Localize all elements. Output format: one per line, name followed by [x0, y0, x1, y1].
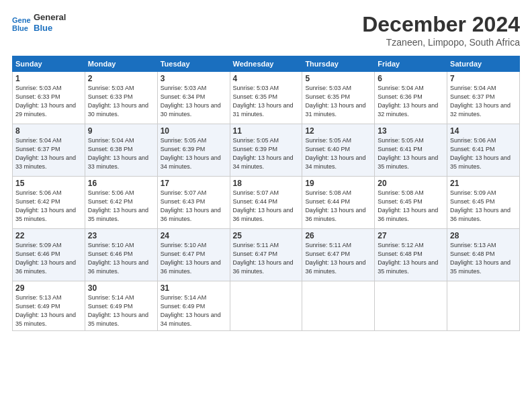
day-info: Sunrise: 5:04 AM Sunset: 6:38 PM Dayligh… [88, 136, 154, 171]
sunrise-label: Sunrise: 5:08 AM [378, 189, 424, 196]
col-saturday: Saturday [447, 56, 520, 72]
sunset-label: Sunset: 6:34 PM [161, 93, 206, 100]
table-row [302, 281, 375, 331]
day-info: Sunrise: 5:03 AM Sunset: 6:33 PM Dayligh… [88, 84, 154, 119]
day-number: 15 [15, 179, 82, 188]
sunrise-label: Sunrise: 5:13 AM [450, 242, 496, 248]
day-info: Sunrise: 5:04 AM Sunset: 6:37 PM Dayligh… [450, 84, 517, 119]
daylight-label: Daylight: 13 hours and 34 minutes. [305, 154, 365, 170]
daylight-label: Daylight: 13 hours and 35 minutes. [88, 207, 148, 222]
sunrise-label: Sunrise: 5:05 AM [161, 137, 207, 144]
sunset-label: Sunset: 6:38 PM [88, 146, 133, 152]
daylight-label: Daylight: 13 hours and 35 minutes. [450, 259, 511, 275]
sunset-label: Sunset: 6:45 PM [450, 198, 495, 205]
daylight-label: Daylight: 13 hours and 34 minutes. [233, 154, 294, 170]
table-row: 5 Sunrise: 5:03 AM Sunset: 6:35 PM Dayli… [302, 72, 375, 124]
daylight-label: Daylight: 13 hours and 30 minutes. [88, 102, 148, 118]
logo-icon: General Blue [12, 13, 31, 32]
sunrise-label: Sunrise: 5:03 AM [15, 85, 62, 91]
day-info: Sunrise: 5:14 AM Sunset: 6:49 PM Dayligh… [161, 293, 227, 328]
day-info: Sunrise: 5:06 AM Sunset: 6:41 PM Dayligh… [450, 136, 517, 171]
sunrise-label: Sunrise: 5:03 AM [161, 85, 207, 91]
day-number: 18 [233, 179, 300, 188]
logo-text: General Blue [34, 12, 66, 33]
sunrise-label: Sunrise: 5:05 AM [378, 137, 424, 144]
table-row: 30 Sunrise: 5:14 AM Sunset: 6:49 PM Dayl… [85, 281, 157, 331]
svg-text:General: General [12, 16, 31, 24]
table-row: 20 Sunrise: 5:08 AM Sunset: 6:45 PM Dayl… [375, 177, 447, 229]
day-info: Sunrise: 5:05 AM Sunset: 6:41 PM Dayligh… [378, 136, 444, 171]
sunset-label: Sunset: 6:49 PM [15, 303, 60, 310]
daylight-label: Daylight: 13 hours and 33 minutes. [88, 154, 148, 170]
sunset-label: Sunset: 6:41 PM [450, 146, 495, 152]
sunrise-label: Sunrise: 5:05 AM [305, 137, 351, 144]
day-number: 19 [305, 179, 371, 188]
day-info: Sunrise: 5:10 AM Sunset: 6:47 PM Dayligh… [161, 241, 227, 276]
day-info: Sunrise: 5:11 AM Sunset: 6:47 PM Dayligh… [305, 241, 371, 276]
day-info: Sunrise: 5:03 AM Sunset: 6:34 PM Dayligh… [161, 84, 227, 119]
sunset-label: Sunset: 6:42 PM [88, 198, 133, 205]
day-info: Sunrise: 5:05 AM Sunset: 6:39 PM Dayligh… [161, 136, 227, 171]
day-number: 12 [305, 126, 371, 136]
day-number: 11 [233, 126, 300, 136]
location-subtitle: Tzaneen, Limpopo, South Africa [362, 37, 520, 48]
daylight-label: Daylight: 13 hours and 32 minutes. [378, 102, 438, 118]
day-number: 23 [88, 231, 154, 240]
sunset-label: Sunset: 6:37 PM [450, 93, 495, 100]
sunset-label: Sunset: 6:41 PM [378, 146, 423, 152]
day-info: Sunrise: 5:06 AM Sunset: 6:42 PM Dayligh… [15, 189, 82, 224]
logo: General Blue General Blue [12, 12, 66, 33]
sunset-label: Sunset: 6:47 PM [233, 250, 278, 257]
table-row: 17 Sunrise: 5:07 AM Sunset: 6:43 PM Dayl… [157, 177, 230, 229]
sunrise-label: Sunrise: 5:10 AM [88, 242, 134, 248]
month-title: December 2024 [362, 12, 520, 37]
day-number: 31 [161, 283, 227, 293]
table-row: 19 Sunrise: 5:08 AM Sunset: 6:44 PM Dayl… [302, 177, 375, 229]
table-row: 14 Sunrise: 5:06 AM Sunset: 6:41 PM Dayl… [447, 124, 520, 177]
table-row: 26 Sunrise: 5:11 AM Sunset: 6:47 PM Dayl… [302, 229, 375, 281]
calendar-week-row: 22 Sunrise: 5:09 AM Sunset: 6:46 PM Dayl… [13, 229, 520, 281]
sunset-label: Sunset: 6:35 PM [305, 93, 350, 100]
calendar-week-row: 29 Sunrise: 5:13 AM Sunset: 6:49 PM Dayl… [13, 281, 520, 331]
table-row: 29 Sunrise: 5:13 AM Sunset: 6:49 PM Dayl… [13, 281, 85, 331]
sunrise-label: Sunrise: 5:09 AM [15, 242, 62, 248]
day-number: 4 [233, 74, 300, 83]
day-number: 6 [378, 74, 444, 83]
sunset-label: Sunset: 6:47 PM [305, 250, 350, 257]
calendar-week-row: 8 Sunrise: 5:04 AM Sunset: 6:37 PM Dayli… [13, 124, 520, 177]
col-thursday: Thursday [302, 56, 375, 72]
day-info: Sunrise: 5:06 AM Sunset: 6:42 PM Dayligh… [88, 189, 154, 224]
sunrise-label: Sunrise: 5:07 AM [161, 189, 207, 196]
sunset-label: Sunset: 6:40 PM [305, 146, 350, 152]
sunrise-label: Sunrise: 5:07 AM [233, 189, 279, 196]
sunrise-label: Sunrise: 5:06 AM [15, 189, 62, 196]
table-row: 25 Sunrise: 5:11 AM Sunset: 6:47 PM Dayl… [230, 229, 302, 281]
day-info: Sunrise: 5:08 AM Sunset: 6:45 PM Dayligh… [378, 189, 444, 224]
table-row: 10 Sunrise: 5:05 AM Sunset: 6:39 PM Dayl… [157, 124, 230, 177]
table-row: 27 Sunrise: 5:12 AM Sunset: 6:48 PM Dayl… [375, 229, 447, 281]
day-number: 17 [161, 179, 227, 188]
sunrise-label: Sunrise: 5:09 AM [450, 189, 496, 196]
daylight-label: Daylight: 13 hours and 35 minutes. [378, 259, 438, 275]
table-row: 28 Sunrise: 5:13 AM Sunset: 6:48 PM Dayl… [447, 229, 520, 281]
day-number: 9 [88, 126, 154, 136]
day-number: 21 [450, 179, 517, 188]
day-info: Sunrise: 5:05 AM Sunset: 6:39 PM Dayligh… [233, 136, 300, 171]
daylight-label: Daylight: 13 hours and 34 minutes. [161, 154, 221, 170]
sunrise-label: Sunrise: 5:06 AM [88, 189, 134, 196]
day-number: 10 [161, 126, 227, 136]
daylight-label: Daylight: 13 hours and 35 minutes. [450, 154, 511, 170]
table-row: 1 Sunrise: 5:03 AM Sunset: 6:33 PM Dayli… [13, 72, 85, 124]
sunrise-label: Sunrise: 5:10 AM [161, 242, 207, 248]
table-row: 11 Sunrise: 5:05 AM Sunset: 6:39 PM Dayl… [230, 124, 302, 177]
calendar-table: Sunday Monday Tuesday Wednesday Thursday… [12, 56, 520, 331]
page: General Blue General Blue December 2024 … [0, 0, 532, 338]
daylight-label: Daylight: 13 hours and 36 minutes. [233, 207, 294, 222]
day-info: Sunrise: 5:05 AM Sunset: 6:40 PM Dayligh… [305, 136, 371, 171]
sunrise-label: Sunrise: 5:11 AM [233, 242, 279, 248]
daylight-label: Daylight: 13 hours and 31 minutes. [233, 102, 294, 118]
sunrise-label: Sunrise: 5:14 AM [161, 294, 207, 301]
day-number: 1 [15, 74, 82, 83]
sunset-label: Sunset: 6:46 PM [88, 250, 133, 257]
day-number: 13 [378, 126, 444, 136]
